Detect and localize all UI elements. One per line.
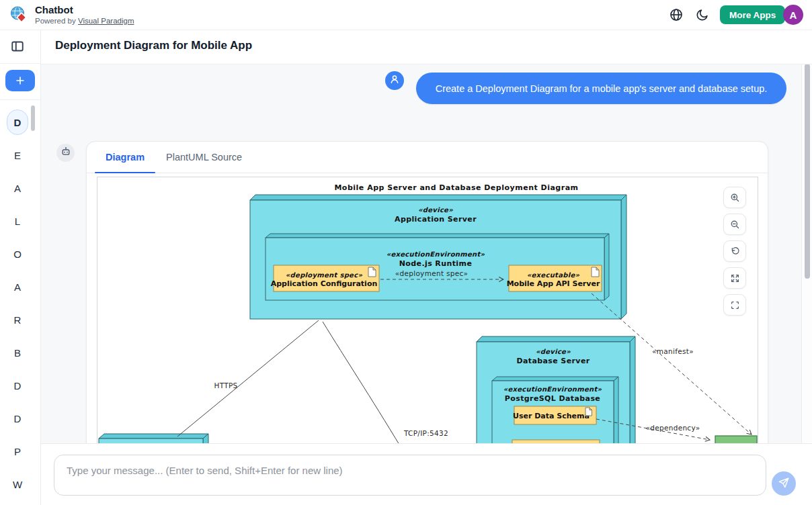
powered-by-text: Powered by Visual Paradigm xyxy=(35,17,134,25)
arrows-out-icon xyxy=(730,273,740,283)
zoom-in-icon xyxy=(730,193,740,203)
reset-view-button[interactable] xyxy=(723,240,746,262)
app-server-stereotype: «device» xyxy=(418,206,453,214)
db-server-stereotype: «device» xyxy=(536,348,571,355)
sidebar-toggle-button[interactable] xyxy=(11,40,24,53)
diagram-title: Mobile App Server and Database Deploymen… xyxy=(334,183,578,192)
chat-history-list: DEALOARBDDPWH xyxy=(0,109,35,505)
chat-viewport: Create a Deployment Diagram for a mobile… xyxy=(41,64,801,443)
sidebar-chat-item[interactable]: R xyxy=(7,307,28,332)
sidebar-chat-item[interactable]: P xyxy=(7,439,28,464)
db-server-name: Database Server xyxy=(516,357,590,365)
response-card: Diagram PlantUML Source Mobile App Serve… xyxy=(86,141,768,443)
https-label: HTTPS xyxy=(214,381,237,389)
page-title: Deployment Diagram for Mobile App xyxy=(55,39,252,52)
chat-scrollbar-track xyxy=(801,64,812,443)
green-artifact-node xyxy=(715,436,757,443)
app-config-artifact: «deployment spec» Application Configurat… xyxy=(271,265,379,291)
deployment-diagram: Mobile App Server and Database Deploymen… xyxy=(97,177,758,443)
fullscreen-icon xyxy=(730,300,740,310)
sidebar-chat-item[interactable]: L xyxy=(7,208,28,234)
nodejs-stereotype: «executionEnvironment» xyxy=(387,250,485,258)
tab-diagram[interactable]: Diagram xyxy=(95,142,155,173)
sidebar-chat-item[interactable]: D xyxy=(7,406,28,431)
tcp-edge xyxy=(323,322,401,443)
sidebar-chat-item[interactable]: A xyxy=(7,175,28,201)
dark-mode-moon-icon[interactable] xyxy=(696,8,709,21)
expand-button[interactable] xyxy=(723,267,746,289)
diagram-zoom-controls xyxy=(723,187,746,316)
rotate-ccw-icon xyxy=(730,246,740,257)
artifact-page-icon xyxy=(368,267,376,277)
tcp-label: TCP/IP:5432 xyxy=(403,429,448,437)
nodejs-name: Node.js Runtime xyxy=(399,259,473,268)
app-config-name: Application Configuration xyxy=(271,279,378,288)
visual-paradigm-logo-icon xyxy=(9,5,29,25)
api-server-stereotype: «executable» xyxy=(527,271,580,279)
send-button[interactable] xyxy=(772,471,796,496)
tab-plantuml-source[interactable]: PlantUML Source xyxy=(155,142,253,173)
conversation-title-bar: Deployment Diagram for Mobile App xyxy=(40,30,812,64)
dependency-label: «dependency» xyxy=(646,424,700,432)
app-title: Chatbot xyxy=(35,4,73,15)
new-chat-button[interactable] xyxy=(5,70,35,91)
sidebar: DEALOARBDDPWH xyxy=(0,30,41,505)
user-avatar[interactable]: A xyxy=(783,5,803,25)
app-config-stereotype: «deployment spec» xyxy=(286,271,363,279)
tab-bar: Diagram PlantUML Source xyxy=(87,142,768,173)
artifact-page-icon xyxy=(592,267,599,277)
user-message-bubble: Create a Deployment Diagram for a mobile… xyxy=(416,73,786,104)
message-composer xyxy=(41,443,812,505)
sidebar-chat-item[interactable]: W xyxy=(7,471,28,497)
powered-by-prefix: Powered by xyxy=(35,17,76,25)
sidebar-scrollbar-thumb[interactable] xyxy=(31,105,35,131)
chatbot-app: Chatbot Powered by Visual Paradigm More … xyxy=(0,0,812,505)
more-apps-button[interactable]: More Apps xyxy=(720,5,785,24)
sidebar-chat-item[interactable]: E xyxy=(7,142,28,168)
paper-plane-icon xyxy=(778,477,790,491)
chat-scrollbar-thumb[interactable] xyxy=(805,64,810,279)
language-globe-icon[interactable] xyxy=(669,8,683,21)
sidebar-divider xyxy=(0,63,40,64)
user-message-avatar xyxy=(385,71,404,90)
api-server-artifact: «executable» Mobile App API Server xyxy=(507,265,602,291)
diagram-canvas[interactable]: Mobile App Server and Database Deploymen… xyxy=(97,177,758,443)
bot-avatar xyxy=(56,144,75,162)
app-server-name: Application Server xyxy=(395,215,477,224)
postgres-stereotype: «executionEnvironment» xyxy=(503,385,602,393)
postgres-name: PostgreSQL Database xyxy=(505,394,600,403)
mobile-device-node xyxy=(99,434,208,443)
app-header: Chatbot Powered by Visual Paradigm More … xyxy=(0,0,812,30)
fullscreen-button[interactable] xyxy=(723,294,746,316)
sidebar-chat-item[interactable]: A xyxy=(7,274,28,300)
manifest-label: «manifest» xyxy=(652,347,694,355)
robot-icon xyxy=(60,146,71,160)
zoom-out-icon xyxy=(730,220,740,230)
artifact-page-icon xyxy=(585,408,592,416)
sidebar-chat-item[interactable]: B xyxy=(7,340,28,365)
user-schema-artifact: User Data Schema xyxy=(513,406,596,424)
deployment-spec-label: «deployment spec» xyxy=(395,269,468,277)
sidebar-chat-item[interactable]: D xyxy=(7,109,28,135)
person-icon xyxy=(389,74,400,87)
powered-by-link[interactable]: Visual Paradigm xyxy=(78,17,134,25)
https-edge xyxy=(177,320,319,437)
api-server-name: Mobile App API Server xyxy=(507,279,600,288)
sidebar-divider xyxy=(0,99,40,100)
zoom-in-button[interactable] xyxy=(723,187,746,208)
sidebar-chat-item[interactable]: O xyxy=(7,241,28,267)
message-input[interactable] xyxy=(54,455,766,496)
user-schema-name: User Data Schema xyxy=(513,412,590,420)
zoom-out-button[interactable] xyxy=(723,214,746,235)
sidebar-chat-item[interactable]: D xyxy=(7,373,28,398)
